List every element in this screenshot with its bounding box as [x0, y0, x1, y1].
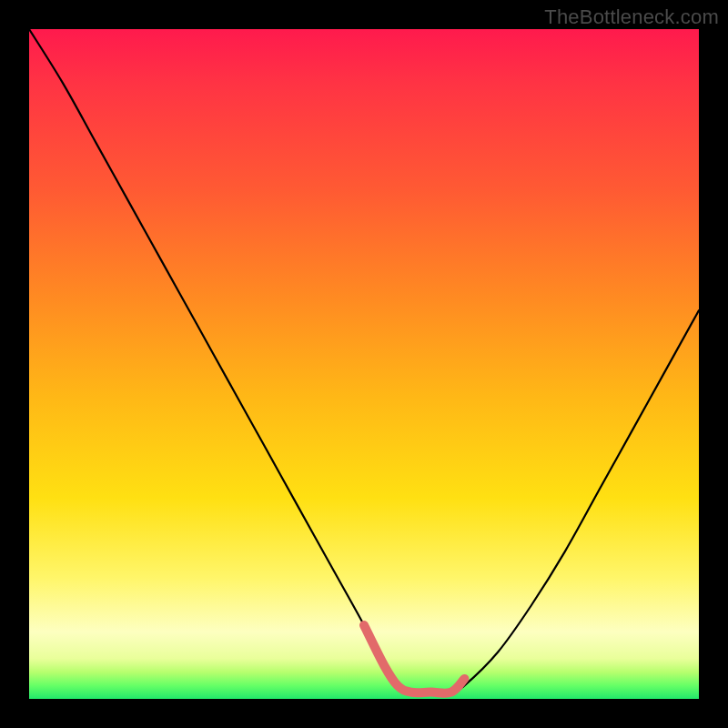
watermark-text: TheBottleneck.com — [544, 5, 719, 29]
chart-frame: TheBottleneck.com — [0, 0, 728, 728]
chart-svg — [29, 29, 699, 699]
optimal-segment-path — [364, 625, 464, 693]
bottleneck-curve-path — [29, 29, 699, 693]
chart-plot-area — [29, 29, 699, 699]
